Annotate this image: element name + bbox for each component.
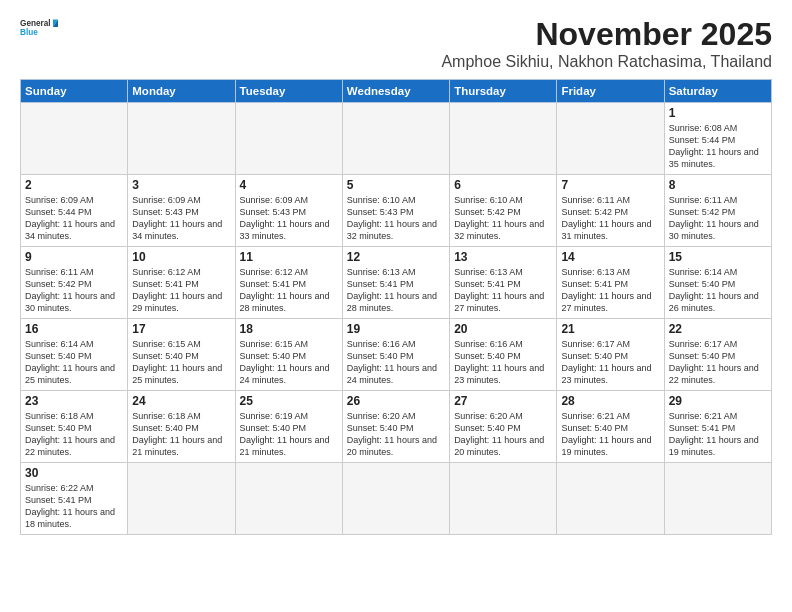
- day-number: 28: [561, 394, 659, 408]
- day-info: Sunrise: 6:20 AMSunset: 5:40 PMDaylight:…: [454, 410, 552, 459]
- day-number: 16: [25, 322, 123, 336]
- day-number: 30: [25, 466, 123, 480]
- day-info: Sunrise: 6:19 AMSunset: 5:40 PMDaylight:…: [240, 410, 338, 459]
- day-info: Sunrise: 6:22 AMSunset: 5:41 PMDaylight:…: [25, 482, 123, 531]
- svg-text:General: General: [20, 19, 51, 28]
- day-info: Sunrise: 6:09 AMSunset: 5:43 PMDaylight:…: [240, 194, 338, 243]
- day-info: Sunrise: 6:21 AMSunset: 5:41 PMDaylight:…: [669, 410, 767, 459]
- day-number: 2: [25, 178, 123, 192]
- month-year-title: November 2025: [20, 16, 772, 53]
- calendar-cell: [450, 463, 557, 535]
- day-number: 22: [669, 322, 767, 336]
- calendar-cell: 7Sunrise: 6:11 AMSunset: 5:42 PMDaylight…: [557, 175, 664, 247]
- calendar-cell: 20Sunrise: 6:16 AMSunset: 5:40 PMDayligh…: [450, 319, 557, 391]
- logo-icon: General Blue: [20, 16, 58, 38]
- day-info: Sunrise: 6:13 AMSunset: 5:41 PMDaylight:…: [561, 266, 659, 315]
- day-info: Sunrise: 6:18 AMSunset: 5:40 PMDaylight:…: [25, 410, 123, 459]
- day-number: 27: [454, 394, 552, 408]
- day-number: 7: [561, 178, 659, 192]
- day-info: Sunrise: 6:09 AMSunset: 5:43 PMDaylight:…: [132, 194, 230, 243]
- day-number: 8: [669, 178, 767, 192]
- calendar-week-3: 16Sunrise: 6:14 AMSunset: 5:40 PMDayligh…: [21, 319, 772, 391]
- calendar-header-row: SundayMondayTuesdayWednesdayThursdayFrid…: [21, 80, 772, 103]
- day-number: 12: [347, 250, 445, 264]
- calendar-cell: 23Sunrise: 6:18 AMSunset: 5:40 PMDayligh…: [21, 391, 128, 463]
- calendar-cell: 27Sunrise: 6:20 AMSunset: 5:40 PMDayligh…: [450, 391, 557, 463]
- calendar-cell: [235, 463, 342, 535]
- day-number: 26: [347, 394, 445, 408]
- day-number: 25: [240, 394, 338, 408]
- calendar-cell: 21Sunrise: 6:17 AMSunset: 5:40 PMDayligh…: [557, 319, 664, 391]
- weekday-header-tuesday: Tuesday: [235, 80, 342, 103]
- calendar-cell: 14Sunrise: 6:13 AMSunset: 5:41 PMDayligh…: [557, 247, 664, 319]
- calendar-cell: [128, 103, 235, 175]
- calendar-cell: 30Sunrise: 6:22 AMSunset: 5:41 PMDayligh…: [21, 463, 128, 535]
- day-number: 6: [454, 178, 552, 192]
- day-number: 3: [132, 178, 230, 192]
- calendar-cell: 18Sunrise: 6:15 AMSunset: 5:40 PMDayligh…: [235, 319, 342, 391]
- day-number: 29: [669, 394, 767, 408]
- day-number: 10: [132, 250, 230, 264]
- day-info: Sunrise: 6:08 AMSunset: 5:44 PMDaylight:…: [669, 122, 767, 171]
- day-number: 1: [669, 106, 767, 120]
- calendar-cell: 24Sunrise: 6:18 AMSunset: 5:40 PMDayligh…: [128, 391, 235, 463]
- day-info: Sunrise: 6:17 AMSunset: 5:40 PMDaylight:…: [561, 338, 659, 387]
- weekday-header-friday: Friday: [557, 80, 664, 103]
- calendar-cell: 13Sunrise: 6:13 AMSunset: 5:41 PMDayligh…: [450, 247, 557, 319]
- calendar-cell: [557, 463, 664, 535]
- day-number: 19: [347, 322, 445, 336]
- calendar-cell: [342, 463, 449, 535]
- day-info: Sunrise: 6:12 AMSunset: 5:41 PMDaylight:…: [240, 266, 338, 315]
- calendar-cell: 17Sunrise: 6:15 AMSunset: 5:40 PMDayligh…: [128, 319, 235, 391]
- calendar-week-4: 23Sunrise: 6:18 AMSunset: 5:40 PMDayligh…: [21, 391, 772, 463]
- location-subtitle: Amphoe Sikhiu, Nakhon Ratchasima, Thaila…: [20, 53, 772, 71]
- weekday-header-monday: Monday: [128, 80, 235, 103]
- calendar-cell: 9Sunrise: 6:11 AMSunset: 5:42 PMDaylight…: [21, 247, 128, 319]
- calendar-cell: 19Sunrise: 6:16 AMSunset: 5:40 PMDayligh…: [342, 319, 449, 391]
- day-number: 9: [25, 250, 123, 264]
- day-info: Sunrise: 6:17 AMSunset: 5:40 PMDaylight:…: [669, 338, 767, 387]
- day-info: Sunrise: 6:15 AMSunset: 5:40 PMDaylight:…: [132, 338, 230, 387]
- day-number: 13: [454, 250, 552, 264]
- day-info: Sunrise: 6:18 AMSunset: 5:40 PMDaylight:…: [132, 410, 230, 459]
- calendar-cell: 8Sunrise: 6:11 AMSunset: 5:42 PMDaylight…: [664, 175, 771, 247]
- day-number: 4: [240, 178, 338, 192]
- day-info: Sunrise: 6:20 AMSunset: 5:40 PMDaylight:…: [347, 410, 445, 459]
- day-info: Sunrise: 6:13 AMSunset: 5:41 PMDaylight:…: [347, 266, 445, 315]
- day-info: Sunrise: 6:14 AMSunset: 5:40 PMDaylight:…: [25, 338, 123, 387]
- calendar-cell: [557, 103, 664, 175]
- header: November 2025 Amphoe Sikhiu, Nakhon Ratc…: [20, 16, 772, 71]
- calendar-cell: 16Sunrise: 6:14 AMSunset: 5:40 PMDayligh…: [21, 319, 128, 391]
- calendar-cell: 28Sunrise: 6:21 AMSunset: 5:40 PMDayligh…: [557, 391, 664, 463]
- calendar-week-5: 30Sunrise: 6:22 AMSunset: 5:41 PMDayligh…: [21, 463, 772, 535]
- day-info: Sunrise: 6:11 AMSunset: 5:42 PMDaylight:…: [25, 266, 123, 315]
- calendar-cell: [664, 463, 771, 535]
- calendar-cell: [128, 463, 235, 535]
- calendar-cell: 25Sunrise: 6:19 AMSunset: 5:40 PMDayligh…: [235, 391, 342, 463]
- day-number: 21: [561, 322, 659, 336]
- day-info: Sunrise: 6:15 AMSunset: 5:40 PMDaylight:…: [240, 338, 338, 387]
- calendar-table: SundayMondayTuesdayWednesdayThursdayFrid…: [20, 79, 772, 535]
- weekday-header-thursday: Thursday: [450, 80, 557, 103]
- day-info: Sunrise: 6:16 AMSunset: 5:40 PMDaylight:…: [347, 338, 445, 387]
- day-info: Sunrise: 6:21 AMSunset: 5:40 PMDaylight:…: [561, 410, 659, 459]
- weekday-header-sunday: Sunday: [21, 80, 128, 103]
- calendar-cell: 11Sunrise: 6:12 AMSunset: 5:41 PMDayligh…: [235, 247, 342, 319]
- logo: General Blue: [20, 16, 58, 38]
- day-number: 5: [347, 178, 445, 192]
- day-info: Sunrise: 6:11 AMSunset: 5:42 PMDaylight:…: [561, 194, 659, 243]
- calendar-cell: 10Sunrise: 6:12 AMSunset: 5:41 PMDayligh…: [128, 247, 235, 319]
- calendar-cell: 29Sunrise: 6:21 AMSunset: 5:41 PMDayligh…: [664, 391, 771, 463]
- calendar-cell: 12Sunrise: 6:13 AMSunset: 5:41 PMDayligh…: [342, 247, 449, 319]
- day-number: 15: [669, 250, 767, 264]
- calendar-cell: 26Sunrise: 6:20 AMSunset: 5:40 PMDayligh…: [342, 391, 449, 463]
- calendar-cell: 5Sunrise: 6:10 AMSunset: 5:43 PMDaylight…: [342, 175, 449, 247]
- calendar-cell: [21, 103, 128, 175]
- calendar-cell: 22Sunrise: 6:17 AMSunset: 5:40 PMDayligh…: [664, 319, 771, 391]
- calendar-cell: 1Sunrise: 6:08 AMSunset: 5:44 PMDaylight…: [664, 103, 771, 175]
- day-info: Sunrise: 6:10 AMSunset: 5:43 PMDaylight:…: [347, 194, 445, 243]
- calendar-cell: 4Sunrise: 6:09 AMSunset: 5:43 PMDaylight…: [235, 175, 342, 247]
- day-info: Sunrise: 6:11 AMSunset: 5:42 PMDaylight:…: [669, 194, 767, 243]
- day-number: 20: [454, 322, 552, 336]
- calendar-week-0: 1Sunrise: 6:08 AMSunset: 5:44 PMDaylight…: [21, 103, 772, 175]
